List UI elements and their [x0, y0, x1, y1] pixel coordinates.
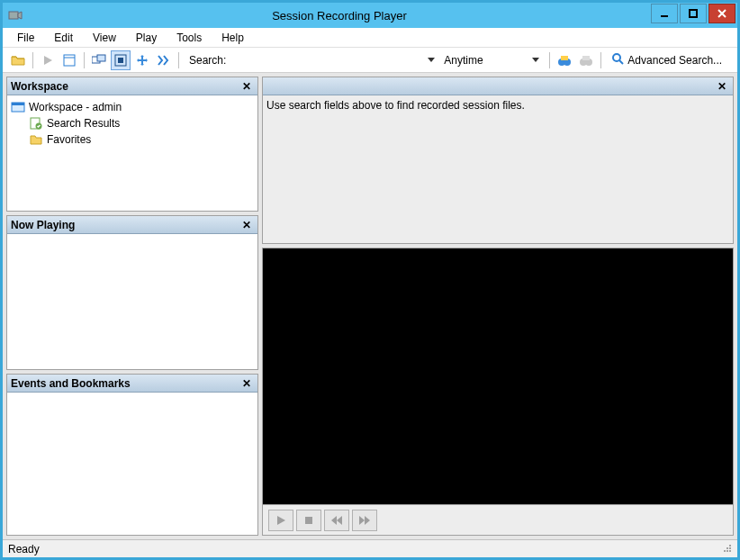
player-rewind-button[interactable] — [324, 510, 349, 531]
player-viewport[interactable] — [263, 248, 733, 504]
svg-rect-17 — [561, 56, 568, 60]
svg-point-36 — [724, 550, 726, 552]
svg-marker-14 — [532, 58, 539, 62]
svg-marker-13 — [428, 58, 435, 62]
time-filter-label: Anytime — [444, 54, 483, 67]
svg-marker-6 — [44, 56, 52, 65]
svg-line-4 — [718, 10, 726, 17]
svg-point-19 — [585, 59, 592, 66]
svg-rect-12 — [118, 58, 123, 63]
search-input[interactable] — [231, 52, 420, 68]
workspace-panel: Workspace ✕ Workspace - admin — [6, 77, 258, 212]
svg-point-38 — [729, 545, 731, 546]
svg-line-22 — [619, 60, 623, 64]
now-playing-close[interactable]: ✕ — [239, 218, 254, 232]
menu-edit[interactable]: Edit — [45, 30, 82, 46]
svg-point-21 — [613, 54, 620, 61]
binoculars-disabled-icon — [576, 50, 596, 70]
svg-rect-20 — [582, 56, 590, 60]
maximize-button[interactable] — [680, 4, 707, 23]
svg-rect-25 — [31, 118, 40, 129]
svg-rect-28 — [305, 517, 312, 524]
svg-marker-31 — [359, 516, 365, 525]
svg-point-15 — [558, 59, 565, 66]
toolbar-separator — [84, 52, 85, 68]
folder-icon — [29, 132, 43, 147]
search-results-panel-close[interactable]: ✕ — [715, 79, 729, 94]
now-playing-title: Now Playing — [11, 219, 239, 231]
pan-icon[interactable] — [132, 50, 152, 70]
menu-view[interactable]: View — [84, 30, 125, 46]
menu-help[interactable]: Help — [212, 30, 253, 46]
search-hint-text: Use search fields above to find recorded… — [266, 99, 525, 112]
search-label: Search: — [189, 54, 226, 67]
status-text: Ready — [8, 543, 40, 555]
svg-rect-7 — [64, 55, 75, 66]
svg-marker-27 — [277, 516, 285, 525]
search-results-panel: ✕ Use search fields above to find record… — [262, 77, 734, 244]
search-results-icon — [29, 116, 43, 131]
window-icon[interactable] — [59, 50, 79, 70]
svg-point-16 — [564, 59, 571, 66]
advanced-search-icon — [611, 52, 624, 68]
close-button[interactable] — [708, 4, 735, 23]
tree-search-results[interactable]: Search Results — [29, 115, 254, 131]
toolbar-separator — [32, 52, 33, 68]
menu-file[interactable]: File — [8, 30, 43, 46]
minimize-button[interactable] — [651, 4, 678, 23]
chevrons-right-icon[interactable] — [154, 50, 174, 70]
monitors-icon[interactable] — [89, 50, 109, 70]
tree-favorites[interactable]: Favorites — [29, 131, 254, 148]
workspace-icon — [11, 100, 25, 114]
svg-point-37 — [726, 547, 728, 549]
svg-rect-9 — [92, 57, 100, 63]
menu-tools[interactable]: Tools — [167, 30, 211, 46]
svg-line-5 — [718, 10, 726, 17]
svg-rect-24 — [12, 103, 24, 105]
window-title: Session Recording Player — [28, 9, 651, 23]
toolbar-separator — [178, 52, 179, 68]
play-icon[interactable] — [38, 50, 58, 70]
fit-screen-icon[interactable] — [111, 50, 131, 70]
events-panel: Events and Bookmarks ✕ — [6, 374, 258, 536]
toolbar-separator — [600, 52, 601, 68]
svg-point-34 — [726, 550, 728, 552]
svg-point-26 — [36, 123, 42, 130]
workspace-panel-close[interactable]: ✕ — [239, 79, 254, 94]
player-fast-forward-button[interactable] — [352, 510, 377, 531]
svg-point-18 — [580, 59, 587, 66]
now-playing-panel: Now Playing ✕ — [6, 215, 258, 370]
svg-marker-32 — [365, 516, 370, 525]
svg-rect-11 — [115, 55, 126, 66]
advanced-search-label: Advanced Search... — [627, 54, 722, 67]
svg-marker-30 — [337, 516, 342, 525]
svg-marker-29 — [331, 516, 337, 525]
svg-rect-0 — [9, 12, 18, 19]
search-dropdown-arrow[interactable] — [426, 52, 437, 68]
tree-root-label: Workspace - admin — [29, 101, 122, 113]
events-panel-close[interactable]: ✕ — [239, 376, 254, 391]
tree-favorites-label: Favorites — [47, 133, 91, 146]
menu-play[interactable]: Play — [127, 30, 166, 46]
resize-grip-icon[interactable] — [721, 542, 732, 555]
player-stop-button[interactable] — [296, 510, 321, 531]
workspace-panel-title: Workspace — [11, 80, 239, 93]
app-icon — [8, 8, 23, 23]
toolbar-separator — [549, 52, 550, 68]
svg-rect-3 — [690, 10, 697, 17]
svg-rect-23 — [12, 103, 24, 112]
events-panel-title: Events and Bookmarks — [11, 377, 239, 390]
binoculars-icon[interactable] — [555, 50, 574, 70]
svg-point-33 — [729, 550, 731, 552]
player-play-button[interactable] — [268, 510, 293, 531]
tree-search-results-label: Search Results — [47, 117, 120, 130]
tree-root[interactable]: Workspace - admin — [11, 99, 254, 115]
open-folder-icon[interactable] — [8, 50, 28, 70]
svg-rect-10 — [97, 55, 105, 61]
player-panel — [262, 248, 734, 536]
time-filter-dropdown[interactable]: Anytime — [442, 52, 541, 68]
svg-point-35 — [729, 547, 731, 549]
svg-marker-1 — [18, 12, 22, 19]
advanced-search-button[interactable]: Advanced Search... — [606, 50, 727, 70]
